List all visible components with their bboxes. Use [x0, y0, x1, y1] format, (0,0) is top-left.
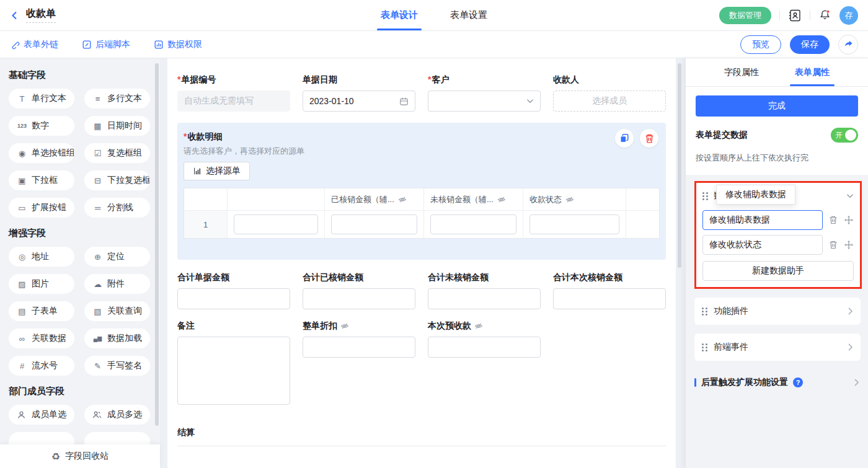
customer-select[interactable] [428, 91, 541, 112]
back-button[interactable] [10, 11, 20, 20]
field-item-address[interactable]: ◎地址 [9, 247, 74, 267]
field-item-member-multi[interactable]: 成员多选 [84, 405, 150, 425]
total-settled-amount-input[interactable] [303, 288, 415, 309]
form-canvas: 单据编号 自动生成无需填写 单据日期 2023-01-10 客户 [167, 58, 676, 468]
field-item-member-single[interactable]: 成员单选 [9, 405, 74, 425]
field-item-signature[interactable]: ✎手写签名 [84, 356, 150, 376]
eye-off-icon [474, 322, 483, 330]
address-book-button[interactable] [788, 9, 802, 22]
data-manage-button[interactable]: 数据管理 [719, 7, 771, 24]
save-button[interactable]: 保存 [790, 35, 830, 54]
copy-field-button[interactable] [615, 129, 634, 148]
field-total-unsettled-amount[interactable]: 合计未核销金额 [428, 272, 541, 309]
bar-chart-icon: ▄▆ [92, 335, 103, 342]
target-icon: ⊕ [92, 252, 103, 262]
done-button[interactable]: 完成 [696, 95, 858, 117]
remark-textarea[interactable] [177, 337, 290, 405]
field-item-image[interactable]: ▨图片 [9, 274, 74, 294]
total-current-settle-amount-input[interactable] [553, 288, 666, 309]
field-item-checkbox-group[interactable]: ☑复选框组 [84, 143, 150, 163]
textarea-icon: ≡ [92, 94, 103, 104]
advance-payment-input[interactable] [428, 337, 541, 358]
page-title: 收款单 [26, 7, 56, 23]
data-permission-link[interactable]: 数据权限 [154, 39, 202, 50]
order-discount-input[interactable] [303, 337, 415, 358]
field-remark[interactable]: 备注 [177, 320, 290, 405]
field-item-datetime[interactable]: ▦日期时间 [84, 116, 150, 136]
delete-helper-button[interactable] [828, 215, 838, 225]
total-doc-amount-input[interactable] [177, 288, 290, 309]
field-order-discount[interactable]: 整单折扣 [303, 320, 415, 358]
delete-helper-button[interactable] [828, 240, 838, 250]
bell-icon [818, 9, 831, 22]
new-data-helper-button[interactable]: 新建数据助手 [702, 261, 854, 281]
receipt-detail-subform[interactable]: 收款明细 请先选择客户，再选择对应的源单 选择源单 已核销金额（辅... [177, 123, 666, 260]
move-helper-button[interactable] [844, 240, 854, 250]
calendar-icon [399, 97, 409, 106]
cell-input[interactable] [331, 214, 417, 234]
helper-name-input[interactable]: 修改收款状态 [702, 235, 823, 255]
help-icon[interactable]: ? [793, 377, 803, 387]
payee-member-picker[interactable]: 选择成员 [553, 91, 666, 112]
field-item-data-load[interactable]: ▄▆数据加载 [84, 329, 150, 348]
field-advance-payment[interactable]: 本次预收款 [428, 320, 541, 358]
table-row: 1 [184, 211, 659, 238]
canvas-scrollbar[interactable] [678, 63, 681, 268]
field-item-radio-group[interactable]: ◉单选按钮组 [9, 143, 74, 163]
notifications-button[interactable] [818, 9, 831, 22]
field-item-multiselect[interactable]: ⊟下拉复选框 [84, 170, 150, 190]
cell-input[interactable] [234, 214, 318, 234]
select-source-doc-button[interactable]: 选择源单 [184, 162, 250, 180]
plugin-card[interactable]: 功能插件 [694, 298, 861, 325]
field-total-settled-amount[interactable]: 合计已核销金额 [303, 272, 415, 309]
total-unsettled-amount-input[interactable] [428, 288, 541, 309]
form-submit-data-toggle[interactable]: 开 [831, 128, 858, 143]
field-total-current-settle-amount[interactable]: 合计本次核销金额 [553, 272, 666, 309]
field-item-relation-data[interactable]: ∞关联数据 [9, 329, 74, 348]
field-settle-divider[interactable]: 结算 [177, 427, 666, 446]
helper-name-input[interactable]: 修改辅助表数据 [702, 210, 823, 230]
tab-form-design[interactable]: 表单设计 [381, 0, 418, 30]
doc-date-input[interactable]: 2023-01-10 [303, 91, 415, 112]
move-helper-button[interactable] [844, 215, 854, 225]
field-item-single-text[interactable]: T单行文本 [9, 89, 74, 108]
delete-field-button[interactable] [640, 129, 658, 148]
cell-input[interactable] [430, 214, 516, 234]
preview-button[interactable]: 预览 [740, 35, 781, 54]
field-item-multiline-text[interactable]: ≡多行文本 [84, 89, 150, 108]
cell-input[interactable] [529, 214, 619, 234]
drag-handle-icon[interactable] [702, 307, 707, 316]
field-item-subform[interactable]: ▤子表单 [9, 301, 74, 321]
field-item-divider[interactable]: ═分割线 [84, 198, 150, 218]
field-doc-no[interactable]: 单据编号 自动生成无需填写 [177, 74, 290, 112]
sidebar-scrollbar[interactable] [155, 63, 159, 426]
post-trigger-settings[interactable]: 后置触发扩展功能设置 ? [694, 377, 861, 388]
drag-handle-icon[interactable] [702, 192, 708, 200]
field-item-select[interactable]: ▣下拉框 [9, 170, 74, 190]
share-button[interactable] [838, 35, 858, 55]
tab-form-properties[interactable]: 表单属性 [795, 58, 830, 86]
field-item-relation-query[interactable]: ▧关联查询 [84, 301, 150, 321]
field-doc-date[interactable]: 单据日期 2023-01-10 [303, 74, 415, 112]
field-customer[interactable]: 客户 [428, 74, 541, 112]
field-recycle-bin[interactable]: ♻ 字段回收站 [0, 444, 160, 468]
field-item-extend-button[interactable]: ▭扩展按钮 [9, 198, 74, 218]
form-external-link[interactable]: 表单外链 [10, 39, 58, 50]
tab-form-settings[interactable]: 表单设置 [450, 0, 487, 30]
drag-handle-icon[interactable] [702, 343, 707, 351]
field-item-attachment[interactable]: ☁附件 [84, 274, 150, 294]
toolbar: 表单外链 后端脚本 数据权限 预览 保存 [0, 31, 868, 58]
field-item-serial-number[interactable]: #流水号 [9, 356, 74, 376]
avatar[interactable]: 存 [839, 6, 858, 25]
backend-script-link[interactable]: 后端脚本 [82, 39, 130, 50]
field-payee[interactable]: 收款人 选择成员 [553, 74, 666, 112]
doc-no-input[interactable]: 自动生成无需填写 [177, 91, 290, 112]
field-item-locate[interactable]: ⊕定位 [84, 247, 150, 267]
divider [810, 11, 810, 20]
tab-field-properties[interactable]: 字段属性 [724, 58, 759, 86]
field-total-doc-amount[interactable]: 合计单据金额 [177, 272, 290, 309]
field-item-number[interactable]: 123数字 [9, 116, 74, 136]
frontend-event-card[interactable]: 前端事件 [694, 333, 861, 361]
col-header-unsettled-amount: 未核销金额（辅... [424, 188, 523, 211]
people-icon [92, 410, 103, 420]
